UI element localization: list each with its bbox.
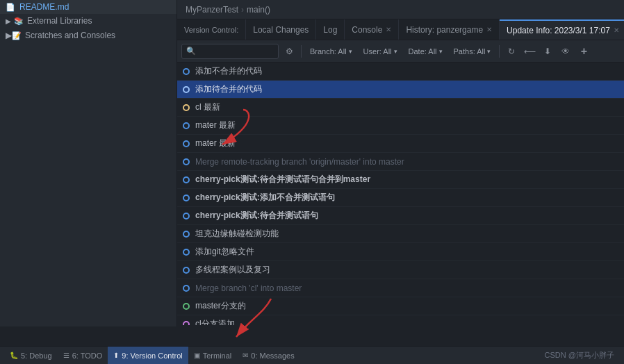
commit-dot — [183, 195, 190, 201]
tab-local-changes[interactable]: Local Changes — [246, 19, 316, 40]
vcs-icon: ⬆ — [113, 351, 119, 359]
commit-dot — [183, 249, 190, 256]
tab-console[interactable]: Console ✕ — [345, 19, 399, 40]
external-libraries-icon: 📚 — [14, 17, 24, 26]
sidebar-item-readme-md[interactable]: 📄 README.md — [0, 0, 176, 14]
log-message: cherry-pick测试:待合并测试语句合并到master — [195, 174, 370, 185]
log-list: 添加不合并的代码添加待合并的代码cl 最新mater 最新mater 最新Mer… — [177, 63, 624, 325]
status-terminal[interactable]: ▣ Terminal — [188, 347, 238, 364]
commit-dot — [183, 231, 190, 238]
refresh-button[interactable]: ↻ — [504, 44, 519, 59]
date-filter[interactable]: Date: All ▾ — [404, 44, 447, 59]
user-filter[interactable]: User: All ▾ — [359, 44, 402, 59]
log-row[interactable]: mater 最新 — [177, 135, 624, 153]
add-button[interactable]: + — [576, 44, 591, 59]
sidebar-item-label: Scratches and Consoles — [25, 31, 115, 40]
toolbar: 🔍 ⚙ Branch: All ▾ User: All ▾ Date: All … — [177, 40, 624, 63]
log-message: mater 最新 — [195, 138, 236, 149]
branch-filter-arrow: ▾ — [349, 48, 352, 55]
status-messages[interactable]: ✉ 0: Messages — [237, 347, 299, 364]
log-message: 坦克边缘触碰检测功能 — [195, 228, 279, 240]
pull-button[interactable]: ⬇ — [540, 44, 555, 59]
status-debug[interactable]: 🐛 5: Debug — [4, 347, 58, 364]
commit-dot — [183, 213, 190, 220]
commit-dot — [183, 303, 190, 310]
breadcrumb: MyPanzerTest › main() — [177, 0, 624, 19]
log-message: master分支的 — [195, 300, 246, 312]
log-message: cl分支添加 — [195, 318, 235, 325]
log-message: cl 最新 — [195, 101, 220, 113]
status-bar: 🐛 5: Debug ☰ 6: TODO ⬆ 9: Version Contro… — [0, 346, 624, 364]
sidebar-item-external-libraries[interactable]: ▶ 📚 External Libraries — [0, 14, 176, 28]
scratches-icon: 📝 — [12, 31, 22, 40]
log-message: cherry-pick测试:待合并测试语句 — [195, 210, 318, 222]
sidebar: 📄 README.md ▶ 📚 External Libraries ▶ 📝 S… — [0, 0, 177, 326]
date-filter-arrow: ▾ — [439, 48, 443, 55]
breadcrumb-project: MyPanzerTest — [186, 5, 238, 15]
commit-dot — [183, 321, 190, 326]
log-row[interactable]: 坦克边缘触碰检测功能 — [177, 225, 624, 243]
log-row[interactable]: cl 最新 — [177, 99, 624, 117]
log-row[interactable]: mater 最新 — [177, 117, 624, 135]
log-row[interactable]: Merge branch 'cl' into master — [177, 279, 624, 297]
log-row[interactable]: cherry-pick测试:待合并测试语句 — [177, 207, 624, 225]
commit-dot — [183, 122, 190, 129]
breadcrumb-separator: › — [241, 5, 244, 15]
tab-log[interactable]: Log — [316, 19, 345, 40]
tab-history[interactable]: History: panzergame ✕ — [399, 19, 500, 40]
paths-filter[interactable]: Paths: All ▾ — [450, 44, 495, 59]
commit-dot — [183, 68, 190, 75]
log-row[interactable]: cherry-pick测试:添加不合并测试语句 — [177, 189, 624, 207]
log-message: mater 最新 — [195, 119, 236, 131]
todo-icon: ☰ — [63, 351, 69, 359]
breadcrumb-method: main() — [247, 5, 270, 15]
log-message: 添加不合并的代码 — [195, 65, 262, 77]
paths-filter-arrow: ▾ — [487, 48, 491, 55]
debug-icon: 🐛 — [10, 351, 18, 359]
log-row[interactable]: cl分支添加 — [177, 315, 624, 325]
arrow-icon: ▶ — [6, 17, 11, 25]
terminal-icon: ▣ — [194, 351, 200, 359]
log-row[interactable]: 多线程案例以及复习 — [177, 261, 624, 279]
search-input[interactable] — [199, 47, 274, 56]
user-filter-arrow: ▾ — [394, 48, 397, 55]
status-version-control[interactable]: ⬆ 9: Version Control — [108, 347, 188, 364]
log-row[interactable]: master分支的 — [177, 297, 624, 315]
log-row[interactable]: 添加待合并的代码 — [177, 81, 624, 99]
log-message: 添加git忽略文件 — [195, 246, 254, 258]
log-row[interactable]: cherry-pick测试:待合并测试语句合并到master — [177, 171, 624, 189]
commit-dot — [183, 86, 190, 93]
tab-history-close[interactable]: ✕ — [486, 26, 492, 33]
tab-console-close[interactable]: ✕ — [386, 26, 391, 33]
sidebar-item-scratches-consoles[interactable]: ▶ 📝 Scratches and Consoles — [0, 28, 176, 43]
search-box[interactable]: 🔍 — [181, 44, 279, 59]
commit-dot — [183, 176, 190, 183]
fetch-button[interactable]: ⟵ — [522, 44, 537, 59]
toolbar-separator-2 — [499, 45, 500, 58]
file-icon: 📄 — [6, 3, 15, 12]
sidebar-item-label: External Libraries — [27, 16, 92, 26]
messages-icon: ✉ — [243, 351, 248, 359]
tab-update-info[interactable]: Update Info: 2023/3/1 17:07 ✕ — [500, 19, 624, 40]
sidebar-item-label: README.md — [19, 2, 69, 12]
tab-bar: Version Control: Local Changes Log Conso… — [177, 19, 624, 40]
commit-dot — [183, 140, 190, 147]
commit-dot — [183, 104, 190, 111]
log-row[interactable]: 添加不合并的代码 — [177, 63, 624, 81]
eye-button[interactable]: 👁 — [558, 44, 573, 59]
log-message: Merge branch 'cl' into master — [195, 283, 302, 293]
commit-dot — [183, 267, 190, 274]
settings-button[interactable]: ⚙ — [281, 44, 297, 59]
version-control-label: Version Control: — [177, 19, 246, 40]
arrow-icon: ▶ — [6, 31, 12, 40]
search-icon: 🔍 — [186, 47, 196, 56]
status-todo[interactable]: ☰ 6: TODO — [58, 347, 108, 364]
log-row[interactable]: 添加git忽略文件 — [177, 243, 624, 261]
main-panel: MyPanzerTest › main() Version Control: L… — [177, 0, 624, 326]
commit-dot — [183, 158, 190, 165]
branch-filter[interactable]: Branch: All ▾ — [306, 44, 356, 59]
commit-dot — [183, 285, 190, 292]
log-row[interactable]: Merge remote-tracking branch 'origin/mas… — [177, 153, 624, 171]
tab-update-info-close[interactable]: ✕ — [614, 26, 619, 34]
log-message: 添加待合并的代码 — [195, 83, 262, 95]
